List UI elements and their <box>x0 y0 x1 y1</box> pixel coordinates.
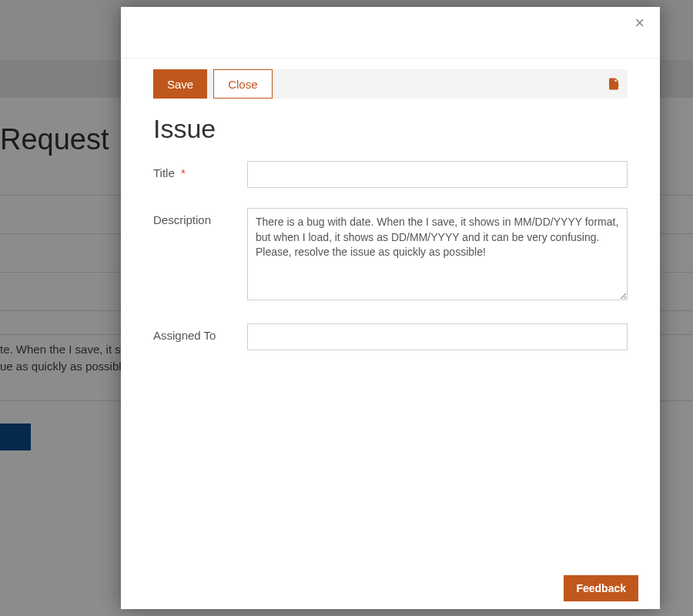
required-indicator: * <box>181 166 186 179</box>
modal-content: Save Close Issue Title * <box>121 69 660 609</box>
description-textarea[interactable] <box>247 208 628 300</box>
title-input[interactable] <box>247 161 628 188</box>
field-row-title: Title * <box>153 161 628 188</box>
modal-close-button[interactable]: × <box>630 12 649 35</box>
close-button[interactable]: Close <box>213 69 272 99</box>
field-row-assigned-to: Assigned To <box>153 323 628 350</box>
description-label: Description <box>153 208 247 226</box>
form-heading: Issue <box>153 114 628 144</box>
pdf-icon <box>607 77 621 91</box>
save-button[interactable]: Save <box>153 69 207 99</box>
issue-modal: × Save Close Issue Title * <box>121 7 660 609</box>
title-label-text: Title <box>153 166 175 179</box>
title-label: Title * <box>153 161 247 179</box>
export-pdf-button[interactable] <box>600 69 628 99</box>
toolbar-spacer <box>273 69 600 99</box>
modal-scroll-area[interactable]: Save Close Issue Title * <box>121 59 660 609</box>
assigned-to-label: Assigned To <box>153 323 247 342</box>
close-icon: × <box>634 13 644 32</box>
feedback-button[interactable]: Feedback <box>564 575 638 601</box>
field-row-description: Description <box>153 208 628 303</box>
assigned-to-input[interactable] <box>247 323 628 350</box>
modal-toolbar: Save Close <box>153 69 628 99</box>
